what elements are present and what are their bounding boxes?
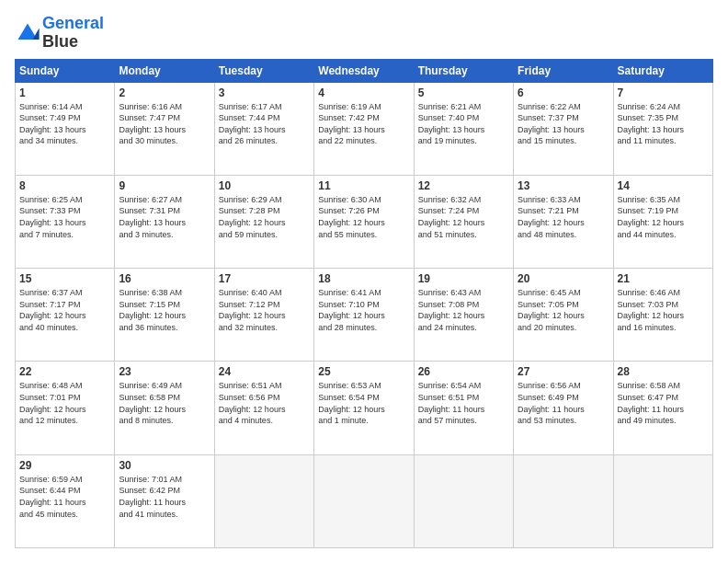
calendar-cell: 2Sunrise: 6:16 AMSunset: 7:47 PMDaylight… xyxy=(115,82,214,175)
day-number: 15 xyxy=(19,272,110,285)
calendar-cell: 6Sunrise: 6:22 AMSunset: 7:37 PMDaylight… xyxy=(514,82,613,175)
day-number: 7 xyxy=(618,86,709,99)
calendar-cell: 15Sunrise: 6:37 AMSunset: 7:17 PMDayligh… xyxy=(16,269,115,362)
day-number: 13 xyxy=(518,179,609,192)
day-info: Sunrise: 6:33 AMSunset: 7:21 PMDaylight:… xyxy=(518,194,609,240)
calendar-cell: 8Sunrise: 6:25 AMSunset: 7:33 PMDaylight… xyxy=(16,175,115,268)
day-info: Sunrise: 6:40 AMSunset: 7:12 PMDaylight:… xyxy=(219,287,310,333)
calendar-cell xyxy=(214,454,313,547)
header: General Blue xyxy=(15,15,713,52)
day-number: 28 xyxy=(618,365,709,378)
day-info: Sunrise: 6:48 AMSunset: 7:01 PMDaylight:… xyxy=(19,380,110,426)
day-info: Sunrise: 6:35 AMSunset: 7:19 PMDaylight:… xyxy=(618,194,709,240)
day-info: Sunrise: 6:38 AMSunset: 7:15 PMDaylight:… xyxy=(119,287,210,333)
day-info: Sunrise: 6:29 AMSunset: 7:28 PMDaylight:… xyxy=(219,194,310,240)
calendar-cell xyxy=(514,454,613,547)
day-info: Sunrise: 6:53 AMSunset: 6:54 PMDaylight:… xyxy=(318,380,409,426)
day-info: Sunrise: 6:21 AMSunset: 7:40 PMDaylight:… xyxy=(418,101,509,147)
day-info: Sunrise: 6:17 AMSunset: 7:44 PMDaylight:… xyxy=(219,101,310,147)
calendar-cell: 10Sunrise: 6:29 AMSunset: 7:28 PMDayligh… xyxy=(214,175,313,268)
day-number: 11 xyxy=(318,179,409,192)
day-number: 16 xyxy=(119,272,210,285)
weekday-header-wednesday: Wednesday xyxy=(314,59,414,82)
day-number: 22 xyxy=(19,365,110,378)
logo-text: General Blue xyxy=(42,15,104,52)
weekday-header-monday: Monday xyxy=(115,59,214,82)
calendar-cell: 20Sunrise: 6:45 AMSunset: 7:05 PMDayligh… xyxy=(514,269,613,362)
day-info: Sunrise: 6:25 AMSunset: 7:33 PMDaylight:… xyxy=(19,194,110,240)
day-info: Sunrise: 6:27 AMSunset: 7:31 PMDaylight:… xyxy=(119,194,210,240)
calendar-cell: 3Sunrise: 6:17 AMSunset: 7:44 PMDaylight… xyxy=(214,82,313,175)
weekday-header-tuesday: Tuesday xyxy=(214,59,313,82)
logo-icon xyxy=(15,20,40,46)
day-info: Sunrise: 6:41 AMSunset: 7:10 PMDaylight:… xyxy=(318,287,409,333)
calendar-cell: 29Sunrise: 6:59 AMSunset: 6:44 PMDayligh… xyxy=(16,454,115,547)
calendar-cell xyxy=(613,454,712,547)
calendar-cell: 4Sunrise: 6:19 AMSunset: 7:42 PMDaylight… xyxy=(314,82,414,175)
day-number: 25 xyxy=(318,365,409,378)
page: General Blue SundayMondayTuesdayWednesda… xyxy=(0,0,728,563)
calendar-cell: 24Sunrise: 6:51 AMSunset: 6:56 PMDayligh… xyxy=(214,362,313,454)
day-info: Sunrise: 6:37 AMSunset: 7:17 PMDaylight:… xyxy=(19,287,110,333)
day-info: Sunrise: 6:14 AMSunset: 7:49 PMDaylight:… xyxy=(19,101,110,147)
day-number: 30 xyxy=(119,459,210,472)
calendar-week-1: 8Sunrise: 6:25 AMSunset: 7:33 PMDaylight… xyxy=(16,175,713,268)
calendar-cell: 5Sunrise: 6:21 AMSunset: 7:40 PMDaylight… xyxy=(414,82,513,175)
calendar-cell: 9Sunrise: 6:27 AMSunset: 7:31 PMDaylight… xyxy=(115,175,214,268)
calendar-cell: 19Sunrise: 6:43 AMSunset: 7:08 PMDayligh… xyxy=(414,269,513,362)
weekday-header-row: SundayMondayTuesdayWednesdayThursdayFrid… xyxy=(16,59,713,82)
day-info: Sunrise: 6:45 AMSunset: 7:05 PMDaylight:… xyxy=(518,287,609,333)
weekday-header-sunday: Sunday xyxy=(16,59,115,82)
weekday-header-thursday: Thursday xyxy=(414,59,513,82)
day-number: 3 xyxy=(219,86,310,99)
day-info: Sunrise: 6:24 AMSunset: 7:35 PMDaylight:… xyxy=(618,101,709,147)
calendar-cell: 12Sunrise: 6:32 AMSunset: 7:24 PMDayligh… xyxy=(414,175,513,268)
day-info: Sunrise: 6:19 AMSunset: 7:42 PMDaylight:… xyxy=(318,101,409,147)
calendar-table: SundayMondayTuesdayWednesdayThursdayFrid… xyxy=(15,59,713,548)
day-number: 29 xyxy=(19,459,110,472)
calendar-cell xyxy=(314,454,414,547)
day-number: 12 xyxy=(418,179,509,192)
day-number: 9 xyxy=(119,179,210,192)
day-info: Sunrise: 6:59 AMSunset: 6:44 PMDaylight:… xyxy=(19,474,110,520)
day-number: 24 xyxy=(219,365,310,378)
day-number: 17 xyxy=(219,272,310,285)
day-number: 4 xyxy=(318,86,409,99)
day-number: 1 xyxy=(19,86,110,99)
calendar-cell: 30Sunrise: 7:01 AMSunset: 6:42 PMDayligh… xyxy=(115,454,214,547)
calendar-week-4: 29Sunrise: 6:59 AMSunset: 6:44 PMDayligh… xyxy=(16,454,713,547)
day-number: 19 xyxy=(418,272,509,285)
calendar-cell: 28Sunrise: 6:58 AMSunset: 6:47 PMDayligh… xyxy=(613,362,712,454)
day-number: 27 xyxy=(518,365,609,378)
day-number: 2 xyxy=(119,86,210,99)
calendar-cell: 16Sunrise: 6:38 AMSunset: 7:15 PMDayligh… xyxy=(115,269,214,362)
day-info: Sunrise: 6:22 AMSunset: 7:37 PMDaylight:… xyxy=(518,101,609,147)
day-number: 8 xyxy=(19,179,110,192)
calendar-cell: 13Sunrise: 6:33 AMSunset: 7:21 PMDayligh… xyxy=(514,175,613,268)
calendar-cell: 22Sunrise: 6:48 AMSunset: 7:01 PMDayligh… xyxy=(16,362,115,454)
day-info: Sunrise: 6:51 AMSunset: 6:56 PMDaylight:… xyxy=(219,380,310,426)
day-info: Sunrise: 7:01 AMSunset: 6:42 PMDaylight:… xyxy=(119,474,210,520)
day-info: Sunrise: 6:30 AMSunset: 7:26 PMDaylight:… xyxy=(318,194,409,240)
calendar-cell: 27Sunrise: 6:56 AMSunset: 6:49 PMDayligh… xyxy=(514,362,613,454)
day-info: Sunrise: 6:32 AMSunset: 7:24 PMDaylight:… xyxy=(418,194,509,240)
day-info: Sunrise: 6:54 AMSunset: 6:51 PMDaylight:… xyxy=(418,380,509,426)
day-number: 21 xyxy=(618,272,709,285)
day-info: Sunrise: 6:46 AMSunset: 7:03 PMDaylight:… xyxy=(618,287,709,333)
calendar-cell: 26Sunrise: 6:54 AMSunset: 6:51 PMDayligh… xyxy=(414,362,513,454)
day-info: Sunrise: 6:49 AMSunset: 6:58 PMDaylight:… xyxy=(119,380,210,426)
calendar-cell: 21Sunrise: 6:46 AMSunset: 7:03 PMDayligh… xyxy=(613,269,712,362)
calendar-cell: 11Sunrise: 6:30 AMSunset: 7:26 PMDayligh… xyxy=(314,175,414,268)
weekday-header-friday: Friday xyxy=(514,59,613,82)
day-info: Sunrise: 6:58 AMSunset: 6:47 PMDaylight:… xyxy=(618,380,709,426)
day-number: 14 xyxy=(618,179,709,192)
day-number: 18 xyxy=(318,272,409,285)
calendar-cell: 14Sunrise: 6:35 AMSunset: 7:19 PMDayligh… xyxy=(613,175,712,268)
calendar-cell xyxy=(414,454,513,547)
calendar-cell: 1Sunrise: 6:14 AMSunset: 7:49 PMDaylight… xyxy=(16,82,115,175)
day-number: 26 xyxy=(418,365,509,378)
calendar-week-3: 22Sunrise: 6:48 AMSunset: 7:01 PMDayligh… xyxy=(16,362,713,454)
day-number: 10 xyxy=(219,179,310,192)
day-number: 6 xyxy=(518,86,609,99)
day-number: 20 xyxy=(518,272,609,285)
